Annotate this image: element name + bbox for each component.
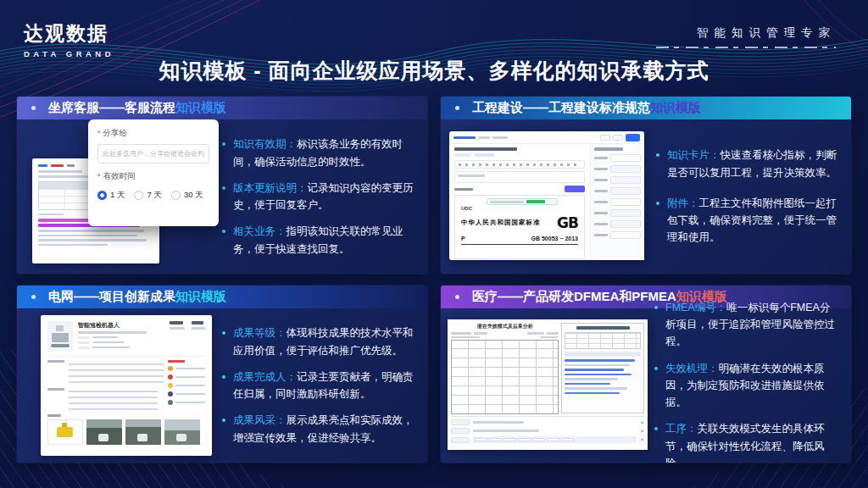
bullet-item: 失效机理：明确潜在失效的根本原因，为制定预防和改进措施提供依据。 bbox=[654, 360, 839, 412]
bullet-item: 成果风采：展示成果亮点和实际成效，增强宣传效果，促进经验共享。 bbox=[222, 412, 415, 446]
bullet-dot-icon bbox=[654, 427, 658, 430]
radio-option-30days[interactable]: 30 天 bbox=[171, 190, 203, 201]
bullet-dot-icon bbox=[222, 419, 225, 422]
editor-window-thumbnail: UDC 中华人民共和国国家标准 GB P GB 50053 − 2013 bbox=[449, 131, 644, 260]
close-icon[interactable]: ✕ bbox=[640, 420, 644, 425]
radio-option-1day[interactable]: 1 天 bbox=[97, 190, 125, 201]
avatar bbox=[168, 400, 173, 405]
tagline: 智能知识管理专家 bbox=[656, 25, 836, 48]
substation-photo bbox=[164, 419, 200, 445]
bullet-dot-icon bbox=[656, 202, 659, 205]
radio-unselected-icon bbox=[171, 191, 181, 200]
report-panel bbox=[561, 323, 644, 413]
secondary-button bbox=[613, 135, 623, 141]
card-medical-fmea: 医疗——产品研发DFMEA和PFMEA知识模版 潜在失效模式及后果分析 bbox=[441, 286, 851, 463]
metadata-sidebar bbox=[590, 144, 644, 260]
card-title: 医疗——产品研发DFMEA和PFMEA bbox=[472, 289, 676, 305]
close-icon[interactable]: ✕ bbox=[640, 429, 644, 434]
header-bullet-icon bbox=[455, 106, 459, 110]
bullet-item: 知识卡片：快速查看核心指标，判断是否可以复用工程，提升决策效率。 bbox=[656, 147, 839, 181]
card-engineering: 工程建设——工程建设标准规范知识模版 bbox=[441, 97, 851, 274]
card-engineering-header: 工程建设——工程建设标准规范知识模版 bbox=[441, 97, 851, 119]
bullet-list: 成果等级：体现科技成果的技术水平和应用价值，便于评估和推广优先级。 成果完成人：… bbox=[219, 308, 427, 463]
header-bullet-icon bbox=[31, 106, 36, 110]
innovation-title: 智能巡检机器人 bbox=[78, 321, 156, 330]
card-title-accent: 知识模版 bbox=[175, 289, 226, 305]
bullet-item: 知识有效期：标识该条业务的有效时间，确保活动信息的时效性。 bbox=[222, 136, 415, 170]
tagline-dashes-decoration bbox=[656, 47, 836, 48]
header-bullet-icon bbox=[31, 295, 36, 299]
achievement-photos bbox=[47, 419, 205, 445]
close-icon[interactable]: ✕ bbox=[640, 437, 644, 442]
innovation-page-thumbnail: 智能巡检机器人 bbox=[41, 315, 212, 456]
required-asterisk-icon: * bbox=[97, 130, 101, 137]
share-label: 分享给 bbox=[103, 128, 128, 139]
substation-photo bbox=[86, 419, 122, 445]
card-title: 坐席客服——客服流程 bbox=[48, 100, 175, 116]
page-title: 知识模板 - 面向企业级应用场景、多样化的知识承载方式 bbox=[0, 57, 868, 85]
primary-button[interactable] bbox=[626, 134, 640, 141]
robot-diagram-photo bbox=[47, 419, 83, 445]
avatar bbox=[168, 391, 173, 396]
screenshot-gb-standard: UDC 中华人民共和国国家标准 GB P GB 50053 − 2013 bbox=[441, 119, 653, 274]
share-popup: * 分享给 * 有效时间 1 天 bbox=[88, 119, 219, 226]
brand-logo: 达观数据 DATA GRAND bbox=[24, 20, 114, 58]
bullet-item: 附件：工程主文件和附件图纸一起打包下载，确保资料完整，便于统一管理和使用。 bbox=[656, 195, 839, 247]
bullet-list: 知识卡片：快速查看核心指标，判断是否可以复用工程，提升决策效率。 附件：工程主文… bbox=[653, 119, 851, 274]
bullet-dot-icon bbox=[222, 186, 225, 190]
bullet-dot-icon bbox=[222, 230, 225, 233]
parse-button[interactable] bbox=[565, 186, 585, 192]
bullet-list: FMEA编号：唯一标识每个FMEA分析项目，便于追踪和管理风险管控过程。 失效机… bbox=[651, 308, 851, 463]
avatar bbox=[168, 366, 173, 371]
share-users-input[interactable] bbox=[97, 144, 209, 164]
avatar bbox=[168, 374, 173, 380]
slide: 达观数据 DATA GRAND 智能知识管理专家 知识模板 - 面向企业级应用场… bbox=[0, 0, 868, 488]
standard-title: 中华人民共和国国家标准 bbox=[461, 219, 541, 227]
bullet-item: 工序：关联失效模式发生的具体环节，确保针对性优化流程、降低风险。 bbox=[654, 420, 839, 463]
form-rows: ✕ ✕ ✕ bbox=[451, 416, 644, 446]
radio-unselected-icon bbox=[134, 191, 143, 200]
format-toolbar bbox=[454, 160, 585, 169]
card-customer-service: 坐席客服——客服流程知识模版 bbox=[17, 97, 427, 274]
bullet-dot-icon bbox=[654, 306, 658, 309]
success-badge bbox=[526, 200, 545, 203]
standard-class: P bbox=[461, 236, 465, 241]
bullet-dot-icon bbox=[654, 367, 658, 370]
robot-photo bbox=[47, 321, 73, 352]
card-power-grid: 电网——项目创新成果知识模版 智能巡检机器人 bbox=[17, 286, 427, 463]
bullet-item: 相关业务：指明该知识关联的常见业务，便于快速查找回复。 bbox=[222, 223, 415, 258]
tagline-text: 智能知识管理专家 bbox=[656, 25, 836, 41]
substation-photo bbox=[125, 419, 161, 445]
bullet-dot-icon bbox=[222, 375, 225, 379]
screenshot-innovation-doc: 智能巡检机器人 bbox=[17, 308, 219, 463]
required-asterisk-icon: * bbox=[97, 173, 101, 180]
contributors-list bbox=[168, 360, 205, 410]
radio-option-7days[interactable]: 7 天 bbox=[134, 190, 161, 201]
card-title: 电网——项目创新成果 bbox=[48, 289, 175, 305]
secondary-button bbox=[600, 135, 610, 141]
cards-grid: 坐席客服——客服流程知识模版 bbox=[17, 97, 851, 463]
card-title-accent: 知识模版 bbox=[175, 100, 226, 116]
udc-label: UDC bbox=[461, 206, 578, 211]
bullet-item: 成果等级：体现科技成果的技术水平和应用价值，便于评估和推广优先级。 bbox=[222, 324, 415, 359]
card-title-accent: 知识模版 bbox=[650, 100, 701, 116]
success-notification bbox=[487, 198, 558, 205]
bullet-dot-icon bbox=[222, 142, 225, 146]
bullet-item: 成果完成人：记录主要贡献者，明确责任归属，同时激励科研创新。 bbox=[222, 369, 415, 403]
fmea-page-thumbnail: 潜在失效模式及后果分析 bbox=[448, 319, 648, 450]
gb-standard-cover: UDC 中华人民共和国国家标准 GB P GB 50053 − 2013 bbox=[454, 195, 585, 259]
bullet-item: FMEA编号：唯一标识每个FMEA分析项目，便于追踪和管理风险管控过程。 bbox=[654, 299, 839, 351]
screenshot-customer-service: * 分享给 * 有效时间 1 天 bbox=[17, 119, 219, 274]
bullet-dot-icon bbox=[656, 153, 659, 157]
bullet-dot-icon bbox=[222, 331, 225, 335]
radio-selected-icon bbox=[97, 191, 107, 200]
fmea-table bbox=[451, 340, 559, 414]
gb-logo: GB bbox=[557, 214, 578, 231]
card-customer-service-header: 坐席客服——客服流程知识模版 bbox=[17, 97, 427, 119]
validity-radio-group: 1 天 7 天 30 天 bbox=[97, 190, 209, 201]
screenshot-fmea: 潜在失效模式及后果分析 bbox=[441, 308, 651, 463]
header-bullet-icon bbox=[455, 295, 459, 299]
card-title: 工程建设——工程建设标准规范 bbox=[472, 100, 650, 116]
validity-label: 有效时间 bbox=[103, 171, 136, 182]
bullet-list: 知识有效期：标识该条业务的有效时间，确保活动信息的时效性。 版本更新说明：记录知… bbox=[219, 119, 427, 274]
